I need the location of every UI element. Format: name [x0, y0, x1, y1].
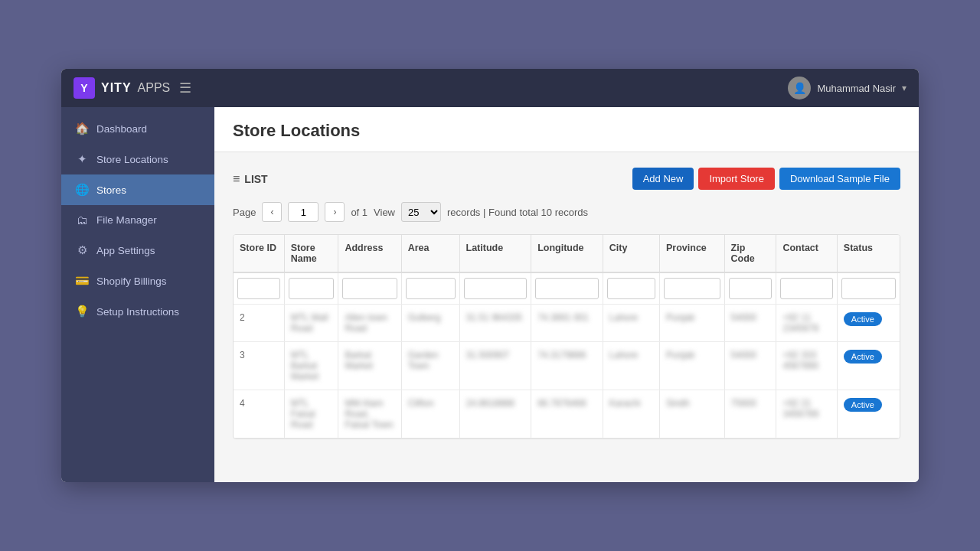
cell-address: Allen town Road	[338, 305, 401, 342]
data-table: Store ID Store Name Address Area Latitud…	[234, 235, 900, 439]
cell-latitude: 31.51 964335	[459, 305, 531, 342]
navbar: Y YITY APPS ☰ 👤 Muhammad Nasir ▾	[61, 69, 919, 107]
home-icon: 🏠	[75, 122, 89, 135]
cell-area: Garden Town	[401, 342, 459, 390]
col-store-name: Store Name	[284, 235, 338, 272]
cell-address: MM Alam Road, Faisal Town	[338, 390, 401, 439]
hamburger-icon[interactable]: ☰	[179, 80, 191, 96]
cell-zip-code: 54000	[724, 305, 776, 342]
filter-store-name[interactable]	[289, 278, 335, 299]
cell-store-id: 3	[234, 342, 284, 390]
cell-zip-code: 54000	[724, 342, 776, 390]
cell-contact: +92 333 4567890	[776, 342, 837, 390]
cell-area: Gulberg	[401, 305, 459, 342]
cell-store-id: 2	[234, 305, 284, 342]
page-input[interactable]	[288, 202, 318, 222]
cell-longitude: 74.3891 001	[531, 305, 603, 342]
sidebar-label-stores: Stores	[96, 184, 126, 196]
card-icon: 💳	[75, 274, 89, 288]
store-locations-icon: ✦	[75, 152, 89, 166]
table-container: Store ID Store Name Address Area Latitud…	[233, 234, 900, 439]
col-address: Address	[338, 235, 401, 272]
filter-province[interactable]	[664, 278, 720, 299]
toolbar: ≡ LIST Add New Import Store Download Sam…	[233, 168, 900, 190]
toolbar-buttons: Add New Import Store Download Sample Fil…	[632, 168, 900, 190]
cell-address: Barkat Market	[338, 342, 401, 390]
pagination-bar: Page ‹ › of 1 View 25 50 100 records | F…	[233, 202, 900, 222]
sidebar-item-store-locations[interactable]: ✦ Store Locations	[61, 144, 214, 174]
cell-zip-code: 75600	[724, 390, 776, 439]
cell-store-name: MTL Barkat Market	[284, 342, 338, 390]
prev-page-button[interactable]: ‹	[262, 202, 282, 222]
download-sample-button[interactable]: Download Sample File	[779, 168, 900, 190]
col-city: City	[603, 235, 659, 272]
cell-latitude: 31.500907	[459, 342, 531, 390]
filter-contact[interactable]	[780, 278, 832, 299]
navbar-right: 👤 Muhammad Nasir ▾	[788, 77, 906, 99]
gear-icon: ⚙	[75, 243, 89, 257]
folder-icon: 🗂	[75, 214, 89, 227]
cell-status: Active	[837, 342, 900, 390]
records-info: records | Found total 10 records	[447, 207, 588, 218]
cell-contact: +92 21 3456789	[776, 390, 837, 439]
page-header: Store Locations	[214, 107, 919, 152]
bulb-icon: 💡	[75, 305, 89, 318]
cell-store-name: MTL Mall Road	[284, 305, 338, 342]
filter-zip-code[interactable]	[729, 278, 773, 299]
sidebar-item-shopify-billings[interactable]: 💳 Shopify Billings	[61, 266, 214, 296]
avatar: 👤	[788, 77, 811, 99]
cell-city: Karachi	[603, 390, 659, 439]
content-body: ≡ LIST Add New Import Store Download Sam…	[214, 152, 919, 455]
filter-row	[234, 272, 900, 305]
import-store-button[interactable]: Import Store	[698, 168, 775, 190]
brand: Y YITY APPS	[74, 77, 170, 99]
sidebar-item-setup-instructions[interactable]: 💡 Setup Instructions	[61, 296, 214, 327]
list-label: ≡ LIST	[233, 172, 268, 186]
sidebar: 🏠 Dashboard ✦ Store Locations 🌐 Stores 🗂…	[61, 107, 214, 482]
sidebar-item-app-settings[interactable]: ⚙ App Settings	[61, 235, 214, 266]
filter-status[interactable]	[841, 278, 896, 299]
col-latitude: Latitude	[459, 235, 531, 272]
chevron-down-icon[interactable]: ▾	[902, 83, 906, 93]
sidebar-item-stores[interactable]: 🌐 Stores	[61, 174, 214, 205]
cell-longitude: 74.3179886	[531, 342, 603, 390]
filter-longitude[interactable]	[535, 278, 599, 299]
brand-name: YITY	[101, 81, 132, 95]
sidebar-label-setup-instructions: Setup Instructions	[96, 306, 179, 318]
add-new-button[interactable]: Add New	[632, 168, 694, 190]
filter-latitude[interactable]	[464, 278, 528, 299]
filter-address[interactable]	[342, 278, 397, 299]
filter-city[interactable]	[607, 278, 655, 299]
cell-longitude: 66.7876468	[531, 390, 603, 439]
sidebar-item-file-manager[interactable]: 🗂 File Manager	[61, 205, 214, 235]
table-row: 2 MTL Mall Road Allen town Road Gulberg …	[234, 305, 900, 342]
globe-icon: 🌐	[75, 183, 89, 197]
brand-icon: Y	[74, 77, 95, 99]
filter-store-id[interactable]	[237, 278, 280, 299]
filter-area[interactable]	[406, 278, 456, 299]
sidebar-label-file-manager: File Manager	[96, 214, 157, 226]
col-area: Area	[401, 235, 459, 272]
page-label: Page	[233, 207, 256, 218]
cell-store-name: MTL Faisal Road	[284, 390, 338, 439]
main-layout: 🏠 Dashboard ✦ Store Locations 🌐 Stores 🗂…	[61, 107, 919, 482]
col-contact: Contact	[776, 235, 837, 272]
table-header-row: Store ID Store Name Address Area Latitud…	[234, 235, 900, 272]
cell-store-id: 4	[234, 390, 284, 439]
cell-city: Lahore	[603, 305, 659, 342]
col-store-id: Store ID	[234, 235, 284, 272]
per-page-select[interactable]: 25 50 100	[401, 202, 441, 222]
col-province: Province	[659, 235, 724, 272]
cell-area: Clifton	[401, 390, 459, 439]
of-label: of 1	[351, 207, 368, 218]
cell-contact: +92 11 2345678	[776, 305, 837, 342]
content-area: Store Locations ≡ LIST Add New Import St…	[214, 107, 919, 482]
brand-suffix: APPS	[138, 81, 171, 95]
next-page-button[interactable]: ›	[325, 202, 345, 222]
table-row: 3 MTL Barkat Market Barkat Market Garden…	[234, 342, 900, 390]
list-text: LIST	[244, 173, 267, 185]
col-status: Status	[837, 235, 900, 272]
sidebar-label-dashboard: Dashboard	[96, 123, 147, 135]
table-row: 4 MTL Faisal Road MM Alam Road, Faisal T…	[234, 390, 900, 439]
sidebar-item-dashboard[interactable]: 🏠 Dashboard	[61, 113, 214, 144]
